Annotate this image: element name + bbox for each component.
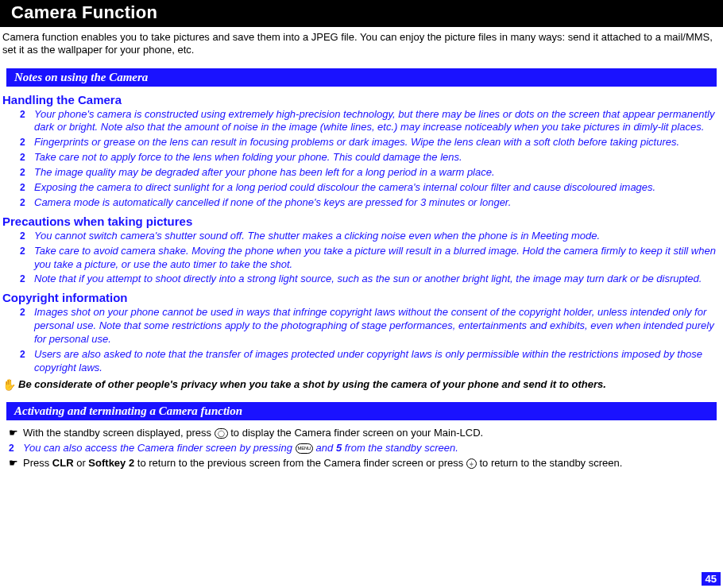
- book-icon: 2: [20, 348, 34, 361]
- pointer-icon: ☛: [9, 457, 23, 470]
- activating-list: ☛ With the standby screen displayed, pre…: [0, 427, 723, 470]
- bullet-text: Camera mode is automatically cancelled i…: [34, 196, 721, 210]
- page-number: 45: [702, 572, 721, 586]
- sub-handling-heading: Handling the Camera: [2, 93, 721, 106]
- text-fragment: and: [313, 442, 336, 454]
- book-icon: 2: [20, 273, 34, 285]
- book-icon: 2: [20, 108, 34, 121]
- step-text: Press CLR or Softkey 2 to return to the …: [23, 457, 721, 470]
- text-fragment: from the standby screen.: [342, 442, 458, 454]
- bullet-text: Your phone's camera is constructed using…: [34, 108, 721, 135]
- bullet-text: The image quality may be degraded after …: [34, 166, 721, 180]
- privacy-note: ✋ Be considerate of other people's priva…: [2, 378, 721, 391]
- list-item: ☛ Press CLR or Softkey 2 to return to th…: [9, 457, 721, 470]
- book-icon: 2: [20, 196, 34, 209]
- list-item: ☛ With the standby screen displayed, pre…: [9, 427, 721, 440]
- bullet-text: You cannot switch camera's shutter sound…: [34, 230, 721, 243]
- precautions-bullet-list: 2You cannot switch camera's shutter soun…: [0, 230, 723, 287]
- step-text: You can also access the Camera finder sc…: [23, 442, 721, 455]
- book-icon: 2: [20, 245, 34, 257]
- page-title: Camera Function: [11, 2, 157, 22]
- text-fragment: With the standby screen displayed, press: [23, 427, 215, 439]
- book-icon: 2: [9, 442, 23, 455]
- list-item: 2Users are also asked to note that the t…: [20, 348, 721, 375]
- softkey2-key: Softkey 2: [88, 457, 134, 469]
- sub-precautions-heading: Precautions when taking pictures: [2, 215, 721, 228]
- text-fragment: to return to the previous screen from th…: [134, 457, 466, 469]
- bullet-text: Users are also asked to note that the tr…: [34, 348, 721, 375]
- text-fragment: or: [74, 457, 89, 469]
- list-item: 2Camera mode is automatically cancelled …: [20, 196, 721, 210]
- list-item: 2Take care not to apply force to the len…: [20, 151, 721, 164]
- list-item: 2Take care to avoid camera shake. Moving…: [20, 245, 721, 272]
- bullet-text: Exposing the camera to direct sunlight f…: [34, 181, 721, 195]
- text-fragment: You can also access the Camera finder sc…: [23, 442, 296, 454]
- list-item: 2Images shot on your phone cannot be use…: [20, 306, 721, 346]
- text-fragment: Press: [23, 457, 52, 469]
- bullet-text: Images shot on your phone cannot be used…: [34, 306, 721, 346]
- menu-key-icon: MENU: [296, 443, 313, 454]
- bullet-text: Fingerprints or grease on the lens can r…: [34, 136, 721, 149]
- step-text: With the standby screen displayed, press…: [23, 427, 721, 440]
- privacy-note-text: Be considerate of other people's privacy…: [18, 378, 721, 390]
- handling-bullet-list: 2Your phone's camera is constructed usin…: [0, 108, 723, 210]
- bullet-text: Take care not to apply force to the lens…: [34, 151, 721, 164]
- list-item: 2Note that if you attempt to shoot direc…: [20, 273, 721, 286]
- bullet-text: Take care to avoid camera shake. Moving …: [34, 245, 721, 272]
- circle-key-icon: ◯: [215, 428, 228, 439]
- end-key-icon: ⏚: [466, 458, 477, 469]
- section-activating-heading: Activating and terminating a Camera func…: [6, 402, 717, 420]
- hand-icon: ✋: [2, 378, 18, 391]
- book-icon: 2: [20, 230, 34, 242]
- bullet-text: Note that if you attempt to shoot direct…: [34, 273, 721, 286]
- list-item: 2Fingerprints or grease on the lens can …: [20, 136, 721, 149]
- pointer-icon: ☛: [9, 427, 23, 440]
- text-fragment: to display the Camera finder screen on y…: [228, 427, 484, 439]
- section-notes-heading: Notes on using the Camera: [6, 68, 717, 87]
- book-icon: 2: [20, 181, 34, 194]
- list-item: 2 You can also access the Camera finder …: [9, 442, 721, 455]
- book-icon: 2: [20, 306, 34, 319]
- clr-key: CLR: [52, 457, 74, 469]
- list-item: 2Your phone's camera is constructed usin…: [20, 108, 721, 135]
- list-item: 2You cannot switch camera's shutter soun…: [20, 230, 721, 243]
- page-title-bar: Camera Function: [0, 0, 723, 27]
- sub-copyright-heading: Copyright information: [2, 291, 721, 304]
- book-icon: 2: [20, 136, 34, 149]
- text-fragment: to return to the standby screen.: [477, 457, 623, 469]
- list-item: 2The image quality may be degraded after…: [20, 166, 721, 180]
- list-item: 2Exposing the camera to direct sunlight …: [20, 181, 721, 195]
- book-icon: 2: [20, 151, 34, 164]
- book-icon: 2: [20, 166, 34, 179]
- intro-text: Camera function enables you to take pict…: [0, 27, 723, 57]
- copyright-bullet-list: 2Images shot on your phone cannot be use…: [0, 306, 723, 374]
